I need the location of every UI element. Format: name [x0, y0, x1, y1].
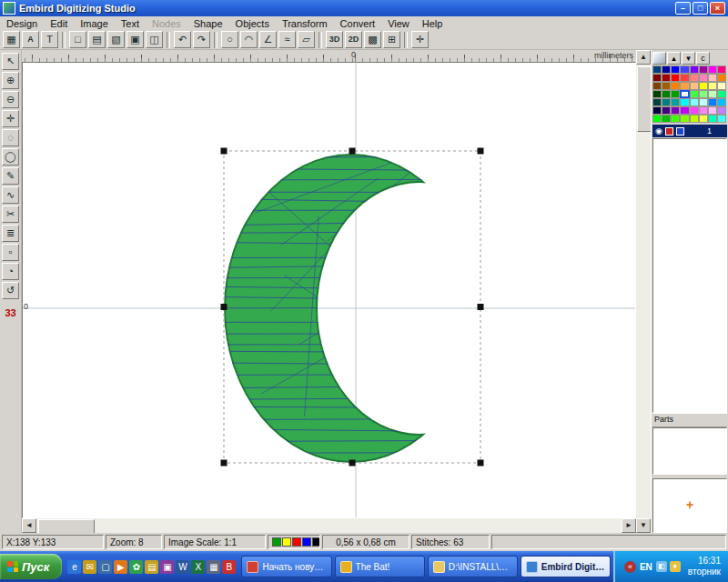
- zoom-in-tool[interactable]: ⊕: [2, 72, 19, 89]
- view-2d-button[interactable]: 2D: [345, 31, 362, 48]
- menu-transform[interactable]: Transform: [276, 17, 334, 30]
- quick-launch-folder[interactable]: ▤: [145, 560, 158, 574]
- text-tool-button[interactable]: T: [41, 31, 58, 48]
- crescent-shape[interactable]: [209, 140, 522, 481]
- selection-handle[interactable]: [478, 148, 484, 155]
- palette-color-47[interactable]: [717, 106, 726, 115]
- palette-color-44[interactable]: [690, 106, 699, 115]
- design-canvas-svg[interactable]: [23, 63, 635, 517]
- palette-color-55[interactable]: [717, 115, 726, 123]
- tray-display-icon[interactable]: ◧: [656, 561, 667, 572]
- bezier-tool[interactable]: ∿: [2, 186, 19, 204]
- palette-color-10[interactable]: [671, 74, 680, 82]
- import-image-button[interactable]: ▧: [107, 31, 125, 48]
- horizontal-scroll-thumb[interactable]: [38, 519, 95, 534]
- export-button[interactable]: ◫: [146, 31, 163, 48]
- node-edit-tool[interactable]: ▫: [2, 244, 19, 261]
- palette-color-5[interactable]: [699, 65, 708, 74]
- quick-launch-mail[interactable]: ✉: [83, 560, 96, 574]
- palette-color-19[interactable]: [680, 82, 689, 90]
- palette-color-7[interactable]: [717, 65, 726, 74]
- pointer-tool[interactable]: ↖: [2, 53, 19, 70]
- pan-tool[interactable]: ✛: [2, 110, 19, 127]
- object-list-area[interactable]: [652, 138, 727, 413]
- selection-handle[interactable]: [221, 460, 228, 467]
- quick-launch-editor[interactable]: ▣: [160, 560, 174, 574]
- palette-color-43[interactable]: [680, 106, 689, 115]
- rotate-tool[interactable]: ↺: [2, 282, 19, 299]
- palette-color-35[interactable]: [680, 98, 689, 106]
- palette-color-51[interactable]: [680, 115, 689, 123]
- palette-color-33[interactable]: [662, 98, 671, 106]
- task-button-1[interactable]: The Bat!: [335, 556, 425, 577]
- language-indicator[interactable]: EN: [640, 562, 652, 572]
- palette-color-2[interactable]: [671, 65, 680, 74]
- selection-handle[interactable]: [221, 304, 228, 310]
- quick-launch-internet[interactable]: e: [67, 560, 81, 574]
- new-design-button[interactable]: □: [69, 31, 86, 48]
- knife-tool[interactable]: ✂: [2, 206, 19, 223]
- arc-shape-button[interactable]: ◠: [240, 31, 258, 48]
- grid-toggle-button[interactable]: ⊞: [383, 31, 400, 48]
- palette-color-14[interactable]: [708, 74, 717, 82]
- tray-update-icon[interactable]: ♦: [670, 561, 681, 572]
- freehand-tool[interactable]: ✎: [2, 167, 19, 185]
- palette-color-12[interactable]: [690, 74, 699, 82]
- palette-color-18[interactable]: [671, 82, 680, 90]
- palette-color-4[interactable]: [690, 65, 699, 74]
- redo-button[interactable]: ↷: [193, 31, 210, 48]
- start-button[interactable]: Пуск: [0, 554, 62, 579]
- palette-config-button[interactable]: c: [696, 52, 710, 65]
- thread-style-button[interactable]: [652, 52, 666, 65]
- scroll-up-button[interactable]: ▲: [636, 50, 651, 65]
- palette-color-28[interactable]: [690, 90, 699, 98]
- palette-color-38[interactable]: [708, 98, 717, 106]
- menu-objects[interactable]: Objects: [229, 17, 276, 30]
- palette-color-34[interactable]: [671, 98, 680, 106]
- palette-color-22[interactable]: [708, 82, 717, 90]
- menu-design[interactable]: Design: [0, 17, 44, 30]
- palette-color-49[interactable]: [662, 115, 671, 123]
- palette-color-53[interactable]: [699, 115, 708, 123]
- palette-color-15[interactable]: [717, 74, 726, 82]
- palette-color-21[interactable]: [699, 82, 708, 90]
- palette-color-8[interactable]: [652, 74, 662, 82]
- fill-tool[interactable]: ≣: [2, 225, 19, 242]
- tray-collapse-icon[interactable]: «: [624, 561, 636, 573]
- palette-color-0[interactable]: [652, 65, 662, 74]
- vertical-scroll-thumb[interactable]: [637, 66, 652, 132]
- arc-tool[interactable]: ◔: [2, 263, 19, 280]
- palette-color-27[interactable]: [680, 90, 689, 98]
- palette-color-39[interactable]: [717, 98, 726, 106]
- palette-color-1[interactable]: [662, 65, 671, 74]
- quick-launch-desktop[interactable]: ▢: [98, 560, 112, 574]
- open-design-button[interactable]: ▤: [88, 31, 106, 48]
- scroll-right-button[interactable]: ►: [622, 518, 636, 533]
- lettering-button[interactable]: A: [22, 31, 39, 48]
- ellipse-tool[interactable]: ◯: [2, 148, 19, 166]
- scroll-down-button[interactable]: ▼: [636, 518, 651, 533]
- menu-image[interactable]: Image: [74, 17, 115, 30]
- task-button-3[interactable]: Embird Digitizing Stud...: [521, 556, 611, 577]
- palette-color-6[interactable]: [708, 65, 717, 74]
- palette-color-37[interactable]: [699, 98, 708, 106]
- selection-handle[interactable]: [221, 148, 228, 155]
- palette-color-23[interactable]: [717, 82, 726, 90]
- palette-color-52[interactable]: [690, 115, 699, 123]
- menu-edit[interactable]: Edit: [44, 17, 74, 30]
- palette-color-17[interactable]: [662, 82, 671, 90]
- quick-launch-excel[interactable]: X: [191, 560, 205, 574]
- palette-color-54[interactable]: [708, 115, 717, 123]
- palette-color-46[interactable]: [708, 106, 717, 115]
- menu-view[interactable]: View: [381, 17, 416, 30]
- menu-text[interactable]: Text: [115, 17, 146, 30]
- quick-launch-bat[interactable]: B: [222, 560, 236, 574]
- ellipse-shape-button[interactable]: ○: [221, 31, 238, 48]
- save-design-button[interactable]: ▣: [126, 31, 144, 48]
- menu-shape[interactable]: Shape: [187, 17, 229, 30]
- palette-color-9[interactable]: [662, 74, 671, 82]
- quick-launch-tools[interactable]: ▦: [207, 560, 220, 574]
- scroll-left-button[interactable]: ◄: [22, 518, 36, 533]
- column-shape-button[interactable]: ▱: [298, 31, 315, 48]
- palette-color-11[interactable]: [680, 74, 689, 82]
